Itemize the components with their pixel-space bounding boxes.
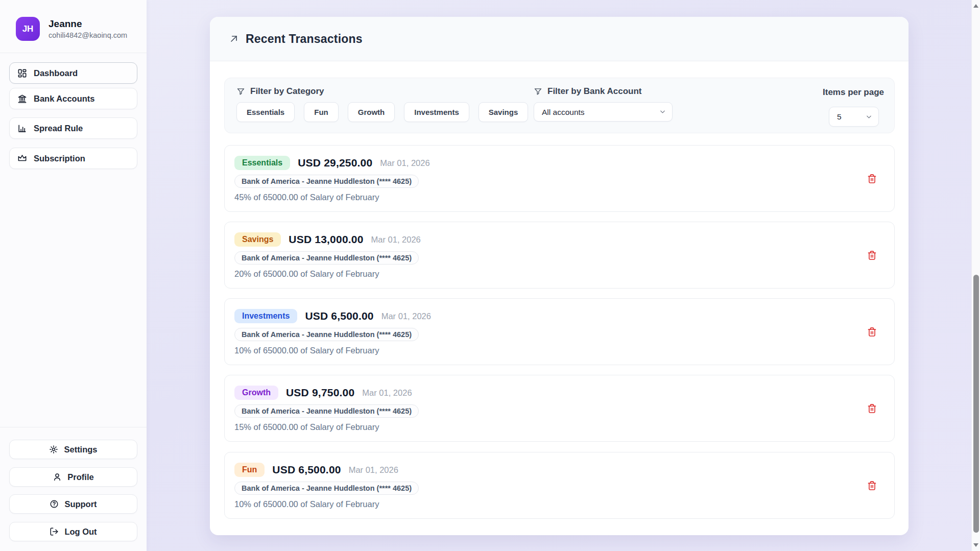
transaction-row: Essentials USD 29,250.00 Mar 01, 2026 Ba… [224, 145, 895, 212]
bank-account-chip: Bank of America - Jeanne Huddleston (***… [234, 328, 419, 341]
transaction-amount: USD 6,500.00 [272, 464, 341, 476]
items-per-page-select[interactable]: 5 [829, 107, 878, 126]
transaction-detail: 45% of 65000.00 of Salary of February [234, 193, 882, 202]
transaction-date: Mar 01, 2026 [381, 312, 431, 321]
help-circle-icon [50, 499, 59, 509]
dashboard-grid-icon [17, 68, 27, 78]
support-button[interactable]: Support [9, 494, 137, 514]
filter-bar: Filter by Category Essentials Fun Growth… [224, 78, 895, 133]
sidebar-item-dashboard[interactable]: Dashboard [9, 62, 137, 84]
bank-icon [17, 94, 27, 104]
transaction-date: Mar 01, 2026 [362, 388, 412, 398]
bank-account-chip: Bank of America - Jeanne Huddleston (***… [234, 404, 419, 418]
delete-transaction-button[interactable] [865, 248, 879, 262]
trash-icon [867, 250, 877, 260]
filter-bank-label-row: Filter by Bank Account [534, 86, 642, 97]
items-per-page-label: Items per page [823, 87, 884, 98]
category-filter-growth[interactable]: Growth [348, 102, 395, 122]
sidebar-footer-divider [0, 427, 147, 427]
scroll-down-icon[interactable] [973, 543, 978, 547]
transaction-amount: USD 29,250.00 [298, 157, 372, 169]
category-filter-fun[interactable]: Fun [304, 102, 339, 122]
footer-item-label: Support [64, 499, 97, 509]
category-badge: Fun [234, 463, 265, 477]
transaction-date: Mar 01, 2026 [349, 465, 398, 475]
transaction-date: Mar 01, 2026 [371, 235, 421, 245]
category-filter-essentials[interactable]: Essentials [236, 102, 295, 122]
transaction-row: Investments USD 6,500.00 Mar 01, 2026 Ba… [224, 298, 895, 365]
transaction-amount: USD 13,000.00 [289, 233, 363, 246]
bank-account-chip: Bank of America - Jeanne Huddleston (***… [234, 482, 419, 495]
page-header: Recent Transactions [210, 17, 909, 61]
transaction-detail: 15% of 65000.00 of Salary of February [234, 422, 882, 432]
filter-bank-label: Filter by Bank Account [547, 86, 642, 97]
bank-account-chip: Bank of America - Jeanne Huddleston (***… [234, 175, 419, 188]
filter-category-label-row: Filter by Category [236, 86, 324, 97]
filter-category-label: Filter by Category [250, 86, 324, 97]
trash-icon [867, 481, 877, 491]
delete-transaction-button[interactable] [865, 401, 879, 416]
main-panel: Recent Transactions Filter by Category E… [210, 17, 909, 535]
bar-chart-icon [17, 124, 27, 133]
footer-item-label: Settings [64, 445, 97, 454]
avatar: JH [16, 17, 40, 41]
trash-icon [867, 174, 877, 184]
transaction-detail: 20% of 65000.00 of Salary of February [234, 269, 882, 279]
crown-icon [17, 154, 27, 163]
sidebar-item-label: Bank Accounts [34, 94, 95, 104]
category-badge: Investments [234, 309, 297, 323]
delete-transaction-button[interactable] [865, 172, 879, 186]
category-filter-investments[interactable]: Investments [404, 102, 469, 122]
sidebar-item-label: Dashboard [34, 68, 78, 78]
sidebar-item-spread-rule[interactable]: Spread Rule [9, 117, 137, 139]
bank-account-chip: Bank of America - Jeanne Huddleston (***… [234, 251, 419, 265]
trash-icon [867, 403, 877, 414]
items-per-page-select-wrap: 5 [829, 107, 879, 127]
settings-button[interactable]: Settings [9, 440, 137, 459]
transaction-amount: USD 9,750.00 [286, 387, 354, 399]
transaction-row: Savings USD 13,000.00 Mar 01, 2026 Bank … [224, 222, 895, 289]
avatar-initials: JH [22, 24, 34, 34]
sidebar: JH Jeanne cohili4842@kaoinq.com Dashboar… [0, 0, 147, 551]
category-badge: Growth [234, 386, 278, 400]
profile-button[interactable]: Profile [9, 467, 137, 487]
delete-transaction-button[interactable] [865, 325, 879, 339]
user-block: JH Jeanne cohili4842@kaoinq.com [16, 17, 127, 41]
category-badge: Savings [234, 232, 281, 247]
scroll-up-icon[interactable] [973, 4, 978, 8]
page-title: Recent Transactions [246, 32, 363, 46]
category-badge: Essentials [234, 156, 290, 170]
footer-item-label: Log Out [64, 527, 97, 537]
transaction-date: Mar 01, 2026 [380, 158, 429, 168]
category-filter-savings[interactable]: Savings [479, 102, 529, 122]
transaction-amount: USD 6,500.00 [305, 310, 373, 322]
sidebar-item-subscription[interactable]: Subscription [9, 148, 137, 169]
log-out-button[interactable]: Log Out [9, 522, 137, 541]
delete-transaction-button[interactable] [865, 478, 879, 493]
footer-item-label: Profile [67, 472, 93, 482]
funnel-icon [236, 87, 245, 96]
sidebar-divider [0, 53, 147, 53]
transaction-detail: 10% of 65000.00 of Salary of February [234, 346, 882, 355]
log-out-icon [50, 527, 59, 536]
funnel-icon [534, 87, 542, 96]
sidebar-item-label: Subscription [34, 154, 85, 163]
transaction-row: Growth USD 9,750.00 Mar 01, 2026 Bank of… [224, 375, 895, 442]
sidebar-item-bank-accounts[interactable]: Bank Accounts [9, 88, 137, 109]
gear-icon [49, 445, 58, 454]
user-name: Jeanne [49, 18, 127, 30]
bank-account-select-wrap: All accounts [534, 102, 673, 122]
bank-account-select[interactable]: All accounts [534, 103, 672, 121]
trash-icon [867, 327, 877, 337]
user-icon [53, 472, 62, 482]
arrow-up-right-icon [229, 34, 239, 44]
user-email: cohili4842@kaoinq.com [49, 31, 127, 39]
sidebar-item-label: Spread Rule [34, 124, 83, 133]
scrollbar-thumb[interactable] [973, 275, 979, 533]
transaction-detail: 10% of 65000.00 of Salary of February [234, 499, 882, 509]
transaction-row: Fun USD 6,500.00 Mar 01, 2026 Bank of Am… [224, 452, 895, 519]
category-filter-buttons: Essentials Fun Growth Investments Saving… [236, 102, 528, 122]
scrollbar[interactable] [971, 0, 980, 551]
